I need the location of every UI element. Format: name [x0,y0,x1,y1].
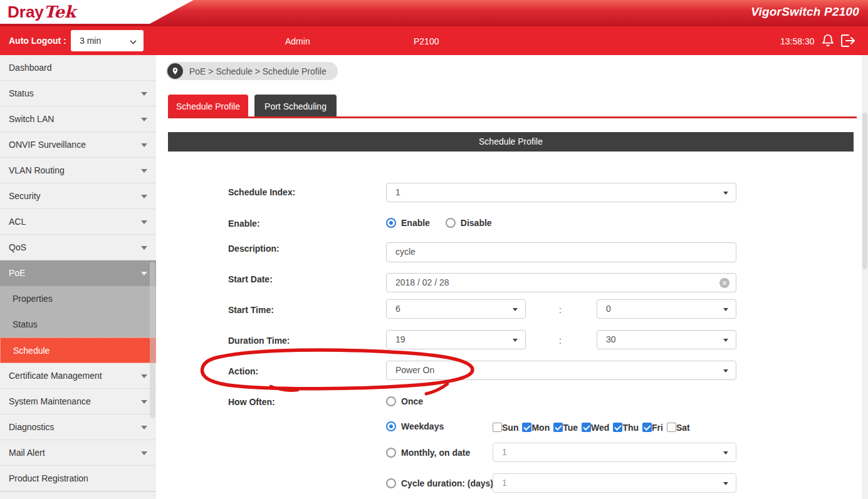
sidebar-item-product-registration[interactable]: Product Registration [0,466,156,491]
sidebar-item-onvif-surveillance[interactable]: ONVIF Surveillance [0,132,156,158]
mon-checkbox[interactable] [522,423,531,432]
thu-checkbox[interactable] [613,423,622,432]
sidebar-item-label: Status [13,319,38,329]
sidebar-nav: Dashboard Status Switch LAN ONVIF Survei… [0,55,156,499]
tab-schedule-profile[interactable]: Schedule Profile [168,95,248,118]
sidebar-item-switch-lan[interactable]: Switch LAN [0,106,156,132]
weekdays-radio[interactable] [386,421,396,431]
mon-label: Mon [531,423,550,433]
sat-label: Sat [676,423,690,433]
schedule-index-value: 1 [395,187,400,197]
description-input[interactable]: cycle [386,242,736,262]
sidebar-item-qos[interactable]: QoS [0,235,156,260]
clock-time: 13:58:30 [780,36,815,46]
start-time-hour-select[interactable]: 6 [386,299,526,319]
sidebar-item-poe-schedule[interactable]: Schedule [0,337,156,363]
chevron-down-icon [141,220,147,224]
fri-checkbox[interactable] [642,423,652,432]
sat-checkbox[interactable] [667,423,676,432]
start-time-colon: : [559,305,562,315]
monthly-radio[interactable] [386,448,396,458]
weekday-checkbox-group: SunMonTueWedThuFriSat [493,422,694,433]
once-radio[interactable] [386,396,396,406]
start-time-minute-value: 0 [606,304,611,314]
enable-radio-group: Enable Disable [386,217,492,229]
duration-minute-select[interactable]: 30 [597,330,736,349]
auto-logout-select[interactable]: 3 min [71,30,144,51]
chevron-down-icon [723,192,728,195]
sidebar-item-poe-status[interactable]: Status [0,312,156,337]
tue-label: Tue [563,423,578,433]
tab-port-scheduling[interactable]: Port Scheduling [254,95,337,118]
chevron-down-icon [141,374,147,378]
monthly-date-value: 1 [502,447,507,457]
tab-underline [168,116,857,118]
clear-date-icon[interactable]: ✕ [719,278,729,288]
duration-hour-value: 19 [395,334,405,344]
chevron-down-icon [141,118,147,121]
chevron-down-icon [723,308,728,311]
action-value: Power On [395,365,434,375]
sidebar-item-acl[interactable]: ACL [0,209,156,235]
description-value: cycle [395,247,416,257]
action-select[interactable]: Power On [386,361,736,380]
sidebar-item-label: System Maintenance [9,396,91,406]
sidebar-item-vlan-routing[interactable]: VLAN Routing [0,158,156,183]
chevron-down-icon [723,339,728,342]
logout-icon[interactable] [841,34,856,47]
chevron-down-icon [141,92,147,96]
sidebar-item-label: PoE [9,268,25,278]
chevron-down-icon [141,451,147,455]
disable-radio[interactable] [446,218,456,228]
sidebar-item-label: VLAN Routing [9,165,65,175]
chevron-down-icon [141,426,147,430]
bell-icon[interactable] [821,34,835,48]
wed-label: Wed [591,423,609,433]
sidebar-item-poe[interactable]: PoE [0,260,156,286]
sidebar-item-certificate-management[interactable]: Certificate Management [0,363,156,389]
start-date-input[interactable]: 2018 / 02 / 28 ✕ [386,273,736,292]
sidebar-item-security[interactable]: Security [0,183,156,209]
sidebar-item-label: Dashboard [9,63,52,73]
sidebar-item-system-maintenance[interactable]: System Maintenance [0,389,156,414]
start-time-minute-select[interactable]: 0 [597,299,736,319]
tue-checkbox[interactable] [553,423,563,432]
sidebar-item-label: ACL [9,217,26,227]
sun-checkbox[interactable] [493,423,502,432]
sidebar-item-dashboard[interactable]: Dashboard [0,55,156,81]
sidebar-item-label: Switch LAN [9,114,54,124]
duration-hour-select[interactable]: 19 [386,330,526,349]
chevron-down-icon [141,246,147,250]
thu-label: Thu [622,423,639,433]
chevron-down-icon [723,451,728,455]
duration-time-colon: : [559,336,562,346]
how-often-monthly-row: Monthly, on date [386,447,470,458]
sidebar-item-diagnostics[interactable]: Diagnostics [0,414,156,440]
schedule-index-select[interactable]: 1 [386,183,736,202]
sidebar-item-label: Status [9,88,34,98]
sidebar-item-label: Security [9,191,41,201]
logged-in-user: Admin [285,36,310,46]
monthly-label: Monthly, on date [401,448,470,458]
duration-minute-value: 30 [606,334,616,344]
sidebar-item-poe-properties[interactable]: Properties [0,286,156,312]
page-scrollbar-track[interactable] [862,55,868,499]
toolbar: Auto Logout : 3 min Admin P2100 13:58:30 [0,26,868,55]
cycle-radio[interactable] [386,478,396,488]
sidebar-item-label: Product Registration [9,473,88,483]
chevron-down-icon [513,308,518,311]
sidebar-item-status[interactable]: Status [0,81,156,106]
page-scrollbar-thumb[interactable] [862,113,867,269]
enable-radio[interactable] [386,218,396,228]
fri-label: Fri [652,423,663,433]
sidebar-scrollbar[interactable] [150,262,155,418]
monthly-date-select[interactable]: 1 [493,443,736,462]
wed-checkbox[interactable] [582,423,591,432]
logo-tek: Tek [44,3,76,21]
breadcrumb-text: PoE > Schedule > Schedule Profile [189,66,327,76]
chevron-down-icon [141,272,147,275]
sidebar-item-mail-alert[interactable]: Mail Alert [0,440,156,466]
cycle-days-select[interactable]: 1 [493,473,736,493]
enable-label: Enable: [228,219,260,229]
schedule-index-label: Schedule Index: [228,187,295,197]
